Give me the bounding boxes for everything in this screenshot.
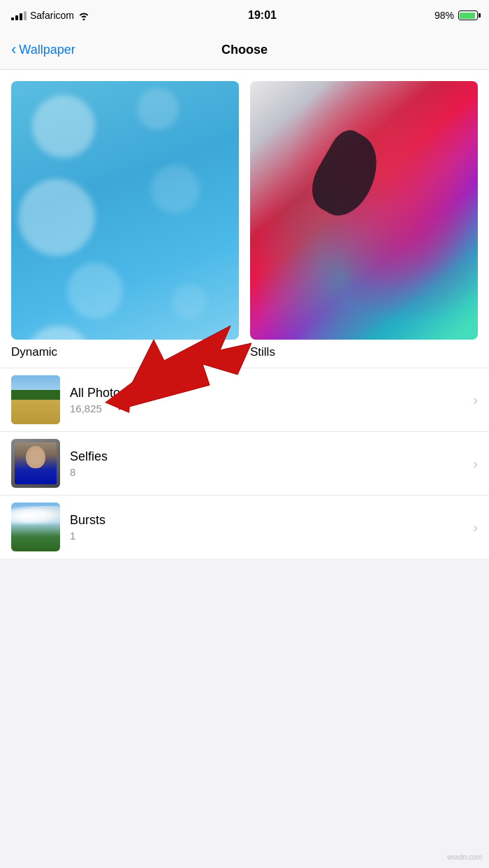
all-photos-thumbnail [11,375,60,424]
back-label: Wallpaper [19,43,75,57]
all-photos-chevron-icon: › [473,392,478,408]
battery-percent: 98% [435,10,454,21]
album-info-bursts: Bursts 1 [70,513,467,542]
back-chevron-icon: ‹ [11,42,16,57]
wifi-icon [78,10,90,20]
bursts-thumbnail [11,502,60,551]
back-button[interactable]: ‹ Wallpaper [11,43,75,57]
all-photos-thumb-bg [11,375,60,424]
stills-thumbnail[interactable] [250,81,478,340]
album-info-selfies: Selfies 8 [70,449,467,478]
selfies-thumb-bg [11,439,60,488]
watermark: wsxdn.com [447,853,482,861]
bursts-thumb-bg [11,502,60,551]
album-name-selfies: Selfies [70,449,467,464]
status-bar: Safaricom 19:01 98% [0,0,489,31]
album-row-bursts[interactable]: Bursts 1 › [0,496,489,558]
bursts-chevron-icon: › [473,519,478,535]
status-time: 19:01 [248,9,277,22]
album-count-selfies: 8 [70,466,467,478]
nav-bar: ‹ Wallpaper Choose [0,31,489,70]
stills-label: Stills [250,345,478,359]
signal-icon [11,10,27,20]
selfies-chevron-icon: › [473,456,478,472]
album-name-bursts: Bursts [70,513,467,528]
carrier-name: Safaricom [30,10,74,21]
page-title: Choose [221,43,268,57]
wallpaper-item-stills[interactable]: Stills [250,81,478,359]
status-left: Safaricom [11,10,90,21]
status-right: 98% [435,10,478,21]
stills-bg [250,81,478,340]
svg-marker-1 [105,382,133,413]
arrow-annotation [98,312,251,424]
dynamic-thumbnail[interactable] [11,81,239,340]
battery-icon [458,10,478,20]
dynamic-bg [11,81,239,340]
album-row-selfies[interactable]: Selfies 8 › [0,432,489,496]
album-count-bursts: 1 [70,530,467,542]
svg-marker-0 [119,326,251,410]
selfies-thumbnail [11,439,60,488]
